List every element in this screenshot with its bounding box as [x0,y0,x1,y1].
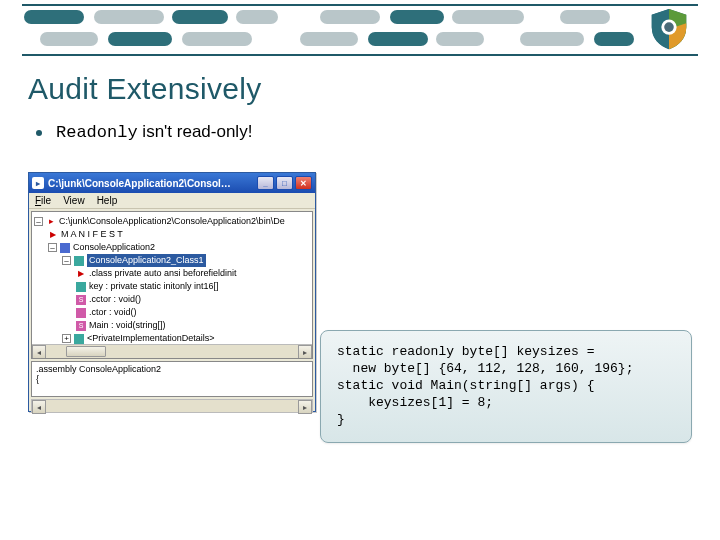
tree-cctor[interactable]: S .cctor : void() [76,293,310,306]
scroll-right-button[interactable]: ▸ [298,345,312,359]
tree-label: .ctor : void() [89,306,137,319]
tree-field[interactable]: key : private static initonly int16[] [76,280,310,293]
tree-label-selected: ConsoleApplication2_Class1 [87,254,206,267]
tree-label: .cctor : void() [89,293,141,306]
ildasm-window: ▸ C:\junk\ConsoleApplication2\Consol… _ … [28,172,316,412]
bullet-mono: Readonly [56,123,138,142]
code-line: keysizes[1] = 8; [337,394,675,411]
shield-logo-icon [646,6,692,52]
code-snippet: static readonly byte[] keysizes = new by… [320,330,692,443]
maximize-button[interactable]: □ [276,176,293,190]
tree-label: ConsoleApplication2 [73,241,155,254]
decor-pill [368,32,428,46]
decor-pill [520,32,584,46]
scroll-thumb[interactable] [66,346,106,357]
menu-file[interactable]: File [35,195,51,206]
scroll-track[interactable] [46,345,298,358]
decor-pill [40,32,98,46]
scroll-left-button[interactable]: ◂ [32,400,46,414]
tree-manifest[interactable]: ▶ M A N I F E S T [48,228,310,241]
close-button[interactable]: ✕ [295,176,312,190]
tree-label: key : private static initonly int16[] [89,280,219,293]
menu-view[interactable]: View [63,195,85,206]
decor-pill [436,32,484,46]
scroll-track[interactable] [46,400,298,412]
decor-pill [560,10,610,24]
collapse-icon[interactable]: – [48,243,57,252]
method-icon [76,308,86,318]
code-line: static void Main(string[] args) { [337,377,675,394]
bullet-text: Readonly isn't read-only! [56,122,252,142]
tree-root[interactable]: – ▸ C:\junk\ConsoleApplication2\ConsoleA… [34,215,310,228]
code-line: static readonly byte[] keysizes = [337,343,675,360]
static-method-icon: S [76,295,86,305]
scroll-right-button[interactable]: ▸ [298,400,312,414]
bullet-dot-icon [36,130,42,136]
decor-pill [236,10,278,24]
decor-pill [320,10,380,24]
metadata-panel: .assembly ConsoleApplication2 { [31,361,313,397]
meta-line: { [36,374,308,384]
decor-pill [452,10,524,24]
window-titlebar[interactable]: ▸ C:\junk\ConsoleApplication2\Consol… _ … [29,173,315,193]
collapse-icon[interactable]: – [34,217,43,226]
horizontal-scrollbar[interactable]: ◂ ▸ [32,344,312,358]
namespace-icon [60,243,70,253]
manifest-icon: ▶ [48,230,58,240]
svg-point-1 [664,22,674,32]
bullet-item: Readonly isn't read-only! [36,122,252,142]
minimize-button[interactable]: _ [257,176,274,190]
tree-view[interactable]: – ▸ C:\junk\ConsoleApplication2\ConsoleA… [31,211,313,359]
decor-pill [94,10,164,24]
tree-label: Main : void(string[]) [89,319,166,332]
bullet-rest: isn't read-only! [138,122,253,141]
meta-line: .assembly ConsoleApplication2 [36,364,308,374]
scroll-left-button[interactable]: ◂ [32,345,46,359]
tree-label: C:\junk\ConsoleApplication2\ConsoleAppli… [59,215,285,228]
header-band [0,0,720,54]
static-method-icon: S [76,321,86,331]
assembly-icon: ▸ [46,217,56,227]
tree-namespace[interactable]: – ConsoleApplication2 [48,241,310,254]
decor-pill [300,32,358,46]
header-rule [22,54,698,56]
decor-pill [108,32,172,46]
tree-class-meta[interactable]: ▶ .class private auto ansi beforefieldin… [76,267,310,280]
app-icon: ▸ [32,177,44,189]
class-icon [74,334,84,344]
horizontal-scrollbar[interactable]: ◂ ▸ [31,399,313,413]
decor-pill [182,32,252,46]
menu-bar: File View Help [29,193,315,209]
code-line: new byte[] {64, 112, 128, 160, 196}; [337,360,675,377]
window-title: C:\junk\ConsoleApplication2\Consol… [48,178,253,189]
tree-class[interactable]: – ConsoleApplication2_Class1 [62,254,310,267]
decor-pill [594,32,634,46]
meta-icon: ▶ [76,269,86,279]
menu-help[interactable]: Help [97,195,118,206]
tree-label: .class private auto ansi beforefieldinit [89,267,237,280]
tree-main[interactable]: S Main : void(string[]) [76,319,310,332]
class-icon [74,256,84,266]
slide-title: Audit Extensively [28,72,262,106]
decor-pill [24,10,84,24]
tree-ctor[interactable]: .ctor : void() [76,306,310,319]
collapse-icon[interactable]: – [62,256,71,265]
code-line: } [337,411,675,428]
field-icon [76,282,86,292]
header-rule [22,4,698,6]
expand-icon[interactable]: + [62,334,71,343]
decor-pill [172,10,228,24]
tree-label: M A N I F E S T [61,228,123,241]
decor-pill [390,10,444,24]
